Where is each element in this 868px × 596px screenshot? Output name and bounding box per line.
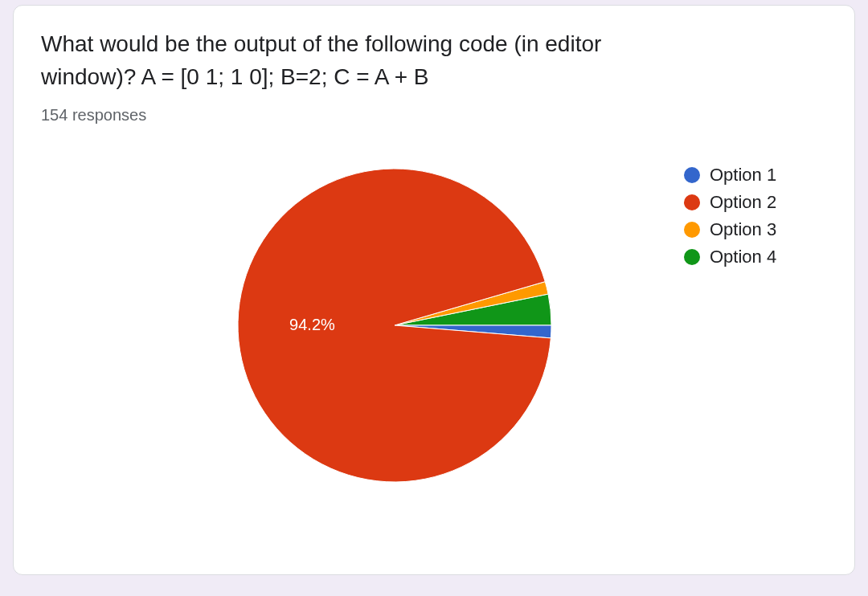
legend-label: Option 3 — [710, 219, 776, 240]
legend-item-option-1[interactable]: Option 1 — [684, 165, 813, 186]
legend-dot-icon — [684, 249, 700, 265]
legend-item-option-2[interactable]: Option 2 — [684, 192, 813, 213]
legend-label: Option 2 — [710, 192, 776, 213]
legend-dot-icon — [684, 167, 700, 183]
pie-chart[interactable]: 94.2% — [234, 165, 555, 486]
legend-dot-icon — [684, 194, 700, 210]
question-title: What would be the output of the followin… — [41, 28, 668, 93]
legend-label: Option 1 — [710, 165, 776, 186]
legend: Option 1 Option 2 Option 3 Option 4 — [684, 165, 813, 274]
legend-item-option-3[interactable]: Option 3 — [684, 219, 813, 240]
legend-label: Option 4 — [710, 247, 776, 267]
pie-data-label: 94.2% — [289, 316, 335, 334]
legend-item-option-4[interactable]: Option 4 — [684, 247, 813, 267]
legend-dot-icon — [684, 222, 700, 238]
chart-area: 94.2% Option 1 Option 2 Option 3 Option … — [41, 165, 827, 518]
responses-count: 154 responses — [41, 106, 827, 125]
response-card: What would be the output of the followin… — [13, 5, 855, 575]
